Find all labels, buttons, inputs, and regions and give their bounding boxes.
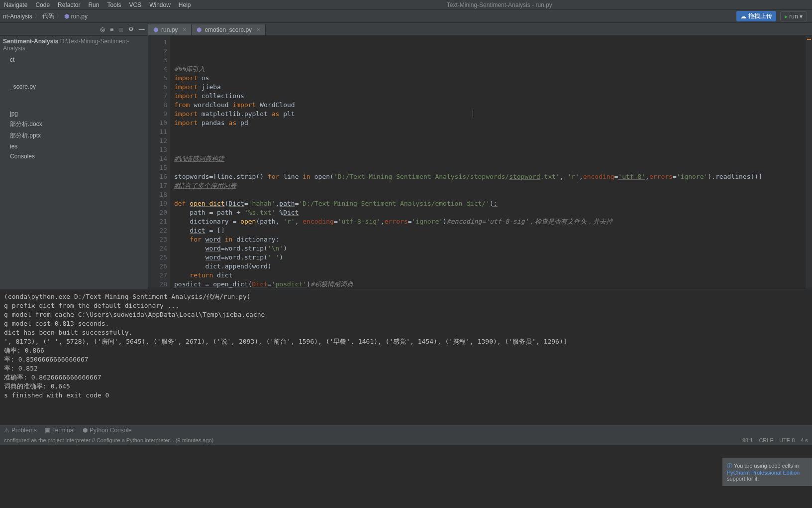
notification-balloon[interactable]: ⓘ You are using code cells in PyCharm Pr… [722,458,812,486]
bottom-tool-tabs: ⚠Problems ▣Terminal ⬢Python Console [0,424,812,435]
minimize-icon[interactable]: — [139,26,145,33]
breadcrumb-folder[interactable]: 代码 [42,12,54,20]
editor-tabs: ⬢ run.py × ⬢ emotion_score.py × [148,23,812,36]
notif-tail: support for it. [727,476,759,482]
text-caret [473,110,473,118]
indent-info[interactable]: 4 s [801,437,808,443]
run-config-combo[interactable]: ▸ run ▾ [780,11,807,21]
menu-window[interactable]: Window [149,1,171,8]
menu-navigate[interactable]: Navigate [4,1,27,8]
warning-mark-icon[interactable] [807,39,811,40]
tab-run-py[interactable]: ⬢ run.py × [148,24,192,35]
window-title: Text-Mining-Sentiment-Analysis - run.py [199,1,800,8]
run-config-label: run [789,13,798,20]
upload-label: 拖拽上传 [748,12,772,20]
info-icon: ⓘ [727,463,732,469]
close-icon[interactable]: × [183,26,186,33]
editor-area: ⬢ run.py × ⬢ emotion_score.py × 12345678… [148,23,812,289]
menu-tools[interactable]: Tools [107,1,121,8]
terminal-icon: ▣ [45,427,50,434]
problems-tab[interactable]: ⚠Problems [4,427,37,434]
status-message[interactable]: configured as the project interpreter //… [4,437,213,443]
menu-vcs[interactable]: VCS [129,1,141,8]
tree-item[interactable]: _score.py [0,82,148,92]
tab-emotion-score[interactable]: ⬢ emotion_score.py × [192,24,266,35]
caret-position[interactable]: 98:1 [742,437,753,443]
collapse-icon[interactable]: ≣ [118,26,123,33]
line-gutter: 1234567891011121314151617181920212223242… [148,36,170,289]
upload-button[interactable]: ☁ 拖拽上传 [736,11,776,21]
python-file-icon: ⬢ [64,13,69,20]
tree-item[interactable]: Consoles [0,151,148,161]
python-file-icon: ⬢ [153,26,158,33]
gear-icon[interactable]: ⚙ [128,26,134,33]
breadcrumb-root[interactable]: nt-Analysis [3,13,32,20]
target-icon[interactable]: ◎ [100,26,105,33]
run-console[interactable]: (conda\python.exe D:/Text-Mining-Sentime… [0,289,812,424]
breadcrumb-bar: nt-Analysis 〉 代码 〉 ⬢ run.py ☁ 拖拽上传 ▸ run… [0,10,812,23]
python-icon: ⬢ [83,427,88,434]
expand-icon[interactable]: ≡ [110,26,113,33]
status-bar: configured as the project interpreter //… [0,435,812,445]
python-console-tab[interactable]: ⬢Python Console [83,427,132,434]
code-editor[interactable]: 1234567891011121314151617181920212223242… [148,36,812,289]
notif-title: You are using code cells in [734,463,799,469]
tree-item[interactable]: jpg [0,109,148,119]
project-sidebar: ◎ ≡ ≣ ⚙ — Sentiment-Analysis D:\Text-Min… [0,23,148,289]
run-arrow-icon: ▸ [785,13,788,20]
file-encoding[interactable]: UTF-8 [779,437,795,443]
project-root[interactable]: Sentiment-Analysis D:\Text-Mining-Sentim… [0,36,148,54]
chevron-right-icon: 〉 [56,12,62,20]
tree-item[interactable]: ies [0,141,148,151]
chevron-right-icon: 〉 [34,12,40,20]
terminal-tab[interactable]: ▣Terminal [45,427,75,434]
tree-item[interactable]: ct [0,55,148,65]
project-tree: ct _score.py jpg 部分析.docx 部分析.pptx ies C… [0,54,148,162]
main-split: ◎ ≡ ≣ ⚙ — Sentiment-Analysis D:\Text-Min… [0,23,812,289]
notif-link[interactable]: PyCharm Professional Edition [727,470,800,476]
sidebar-toolbar: ◎ ≡ ≣ ⚙ — [0,23,148,36]
close-icon[interactable]: × [257,26,260,33]
tab-label: emotion_score.py [204,26,252,33]
menu-refactor[interactable]: Refactor [58,1,80,8]
project-root-name: Sentiment-Analysis [3,38,58,45]
breadcrumb-file[interactable]: run.py [71,13,88,20]
tree-item[interactable]: 部分析.pptx [0,130,148,141]
main-menu-bar: Navigate Code Refactor Run Tools VCS Win… [0,0,812,10]
chevron-down-icon: ▾ [800,13,803,20]
menu-code[interactable]: Code [35,1,50,8]
cloud-icon: ☁ [740,13,746,20]
tree-item[interactable]: 部分析.docx [0,119,148,130]
line-separator[interactable]: CRLF [759,437,773,443]
python-file-icon: ⬢ [197,26,202,33]
menu-help[interactable]: Help [179,1,191,8]
tab-label: run.py [161,26,178,33]
warning-icon: ⚠ [4,427,9,434]
code-content[interactable]: #%%库引入import osimport jiebaimport collec… [170,36,805,289]
menu-run[interactable]: Run [88,1,99,8]
error-stripe[interactable] [805,36,812,289]
